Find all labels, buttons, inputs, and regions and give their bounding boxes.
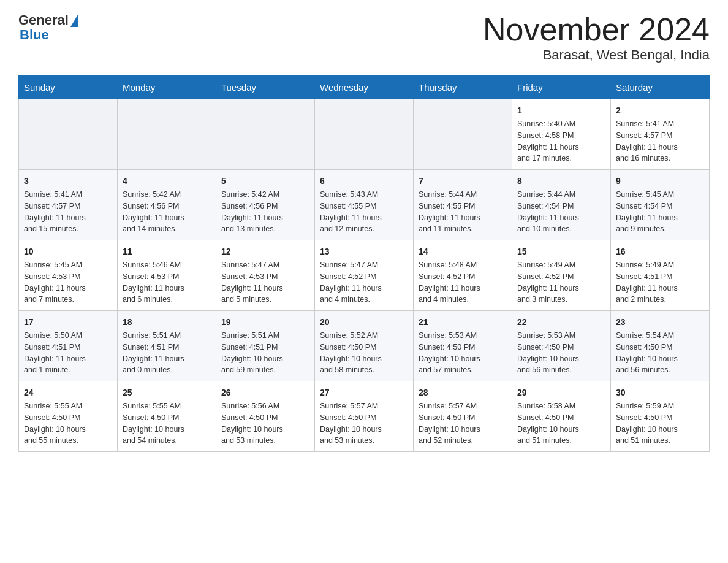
day-number: 13 (320, 245, 408, 258)
day-info: Sunrise: 5:48 AM Sunset: 4:52 PM Dayligh… (419, 259, 507, 305)
day-info: Sunrise: 5:45 AM Sunset: 4:53 PM Dayligh… (24, 259, 112, 305)
calendar-cell: 30Sunrise: 5:59 AM Sunset: 4:50 PM Dayli… (611, 381, 710, 452)
day-number: 16 (616, 245, 704, 258)
calendar-week-row: 3Sunrise: 5:41 AM Sunset: 4:57 PM Daylig… (19, 170, 710, 240)
day-info: Sunrise: 5:42 AM Sunset: 4:56 PM Dayligh… (221, 189, 309, 235)
calendar-cell: 10Sunrise: 5:45 AM Sunset: 4:53 PM Dayli… (19, 240, 118, 311)
calendar-cell: 24Sunrise: 5:55 AM Sunset: 4:50 PM Dayli… (19, 381, 118, 452)
day-number: 3 (24, 175, 112, 188)
day-info: Sunrise: 5:59 AM Sunset: 4:50 PM Dayligh… (616, 400, 704, 446)
day-number: 18 (123, 316, 211, 329)
day-info: Sunrise: 5:43 AM Sunset: 4:55 PM Dayligh… (320, 189, 408, 235)
day-info: Sunrise: 5:44 AM Sunset: 4:54 PM Dayligh… (517, 189, 605, 235)
calendar-cell: 20Sunrise: 5:52 AM Sunset: 4:50 PM Dayli… (315, 311, 414, 381)
page-header: General Blue November 2024 Barasat, West… (18, 12, 710, 63)
day-info: Sunrise: 5:52 AM Sunset: 4:50 PM Dayligh… (320, 330, 408, 376)
day-info: Sunrise: 5:45 AM Sunset: 4:54 PM Dayligh… (616, 189, 704, 235)
day-number: 26 (221, 386, 309, 399)
logo-blue-text: Blue (20, 27, 49, 43)
column-header-sunday: Sunday (19, 76, 118, 99)
day-number: 12 (221, 245, 309, 258)
day-number: 19 (221, 316, 309, 329)
logo-general-text: General (18, 12, 69, 28)
day-number: 1 (517, 104, 605, 117)
day-number: 28 (419, 386, 507, 399)
calendar-week-row: 17Sunrise: 5:50 AM Sunset: 4:51 PM Dayli… (19, 311, 710, 381)
calendar-cell: 2Sunrise: 5:41 AM Sunset: 4:57 PM Daylig… (611, 99, 710, 170)
calendar-week-row: 1Sunrise: 5:40 AM Sunset: 4:58 PM Daylig… (19, 99, 710, 170)
header-right: November 2024 Barasat, West Bengal, Indi… (483, 12, 710, 63)
calendar-cell (118, 99, 216, 170)
calendar-cell: 5Sunrise: 5:42 AM Sunset: 4:56 PM Daylig… (216, 170, 315, 240)
day-info: Sunrise: 5:50 AM Sunset: 4:51 PM Dayligh… (24, 330, 112, 376)
day-number: 7 (419, 175, 507, 188)
day-info: Sunrise: 5:49 AM Sunset: 4:51 PM Dayligh… (616, 259, 704, 305)
column-header-saturday: Saturday (611, 76, 710, 99)
day-number: 2 (616, 104, 704, 117)
day-info: Sunrise: 5:53 AM Sunset: 4:50 PM Dayligh… (517, 330, 605, 376)
column-header-wednesday: Wednesday (315, 76, 414, 99)
calendar-cell: 25Sunrise: 5:55 AM Sunset: 4:50 PM Dayli… (118, 381, 216, 452)
calendar-cell: 1Sunrise: 5:40 AM Sunset: 4:58 PM Daylig… (512, 99, 611, 170)
day-info: Sunrise: 5:54 AM Sunset: 4:50 PM Dayligh… (616, 330, 704, 376)
day-info: Sunrise: 5:41 AM Sunset: 4:57 PM Dayligh… (616, 118, 704, 164)
day-number: 14 (419, 245, 507, 258)
column-header-friday: Friday (512, 76, 611, 99)
day-info: Sunrise: 5:55 AM Sunset: 4:50 PM Dayligh… (24, 400, 112, 446)
day-number: 22 (517, 316, 605, 329)
day-info: Sunrise: 5:57 AM Sunset: 4:50 PM Dayligh… (320, 400, 408, 446)
calendar-cell: 12Sunrise: 5:47 AM Sunset: 4:53 PM Dayli… (216, 240, 315, 311)
day-number: 8 (517, 175, 605, 188)
day-info: Sunrise: 5:46 AM Sunset: 4:53 PM Dayligh… (123, 259, 211, 305)
day-info: Sunrise: 5:51 AM Sunset: 4:51 PM Dayligh… (123, 330, 211, 376)
calendar-cell: 22Sunrise: 5:53 AM Sunset: 4:50 PM Dayli… (512, 311, 611, 381)
calendar-cell: 19Sunrise: 5:51 AM Sunset: 4:51 PM Dayli… (216, 311, 315, 381)
calendar-cell: 16Sunrise: 5:49 AM Sunset: 4:51 PM Dayli… (611, 240, 710, 311)
day-number: 30 (616, 386, 704, 399)
calendar-cell: 11Sunrise: 5:46 AM Sunset: 4:53 PM Dayli… (118, 240, 216, 311)
day-number: 25 (123, 386, 211, 399)
calendar-cell (315, 99, 414, 170)
day-info: Sunrise: 5:57 AM Sunset: 4:50 PM Dayligh… (419, 400, 507, 446)
calendar-cell: 4Sunrise: 5:42 AM Sunset: 4:56 PM Daylig… (118, 170, 216, 240)
day-number: 23 (616, 316, 704, 329)
day-info: Sunrise: 5:49 AM Sunset: 4:52 PM Dayligh… (517, 259, 605, 305)
calendar-week-row: 10Sunrise: 5:45 AM Sunset: 4:53 PM Dayli… (19, 240, 710, 311)
calendar-cell: 21Sunrise: 5:53 AM Sunset: 4:50 PM Dayli… (414, 311, 512, 381)
calendar-cell: 9Sunrise: 5:45 AM Sunset: 4:54 PM Daylig… (611, 170, 710, 240)
calendar-cell: 28Sunrise: 5:57 AM Sunset: 4:50 PM Dayli… (414, 381, 512, 452)
day-info: Sunrise: 5:40 AM Sunset: 4:58 PM Dayligh… (517, 118, 605, 164)
day-info: Sunrise: 5:41 AM Sunset: 4:57 PM Dayligh… (24, 189, 112, 235)
day-number: 24 (24, 386, 112, 399)
calendar-cell: 3Sunrise: 5:41 AM Sunset: 4:57 PM Daylig… (19, 170, 118, 240)
calendar-cell: 13Sunrise: 5:47 AM Sunset: 4:52 PM Dayli… (315, 240, 414, 311)
day-info: Sunrise: 5:58 AM Sunset: 4:50 PM Dayligh… (517, 400, 605, 446)
day-number: 11 (123, 245, 211, 258)
day-number: 4 (123, 175, 211, 188)
day-info: Sunrise: 5:55 AM Sunset: 4:50 PM Dayligh… (123, 400, 211, 446)
calendar-cell: 18Sunrise: 5:51 AM Sunset: 4:51 PM Dayli… (118, 311, 216, 381)
calendar-cell: 26Sunrise: 5:56 AM Sunset: 4:50 PM Dayli… (216, 381, 315, 452)
day-info: Sunrise: 5:53 AM Sunset: 4:50 PM Dayligh… (419, 330, 507, 376)
logo-triangle-icon (70, 15, 78, 27)
location-title: Barasat, West Bengal, India (483, 47, 710, 63)
day-number: 21 (419, 316, 507, 329)
day-number: 5 (221, 175, 309, 188)
calendar-cell: 8Sunrise: 5:44 AM Sunset: 4:54 PM Daylig… (512, 170, 611, 240)
day-number: 20 (320, 316, 408, 329)
day-number: 29 (517, 386, 605, 399)
day-info: Sunrise: 5:44 AM Sunset: 4:55 PM Dayligh… (419, 189, 507, 235)
day-number: 17 (24, 316, 112, 329)
day-number: 10 (24, 245, 112, 258)
calendar-week-row: 24Sunrise: 5:55 AM Sunset: 4:50 PM Dayli… (19, 381, 710, 452)
day-number: 6 (320, 175, 408, 188)
calendar-cell: 29Sunrise: 5:58 AM Sunset: 4:50 PM Dayli… (512, 381, 611, 452)
calendar-cell: 23Sunrise: 5:54 AM Sunset: 4:50 PM Dayli… (611, 311, 710, 381)
day-info: Sunrise: 5:47 AM Sunset: 4:53 PM Dayligh… (221, 259, 309, 305)
day-number: 27 (320, 386, 408, 399)
calendar-cell: 15Sunrise: 5:49 AM Sunset: 4:52 PM Dayli… (512, 240, 611, 311)
day-info: Sunrise: 5:47 AM Sunset: 4:52 PM Dayligh… (320, 259, 408, 305)
day-info: Sunrise: 5:42 AM Sunset: 4:56 PM Dayligh… (123, 189, 211, 235)
calendar-cell (19, 99, 118, 170)
logo: General Blue (18, 12, 78, 43)
